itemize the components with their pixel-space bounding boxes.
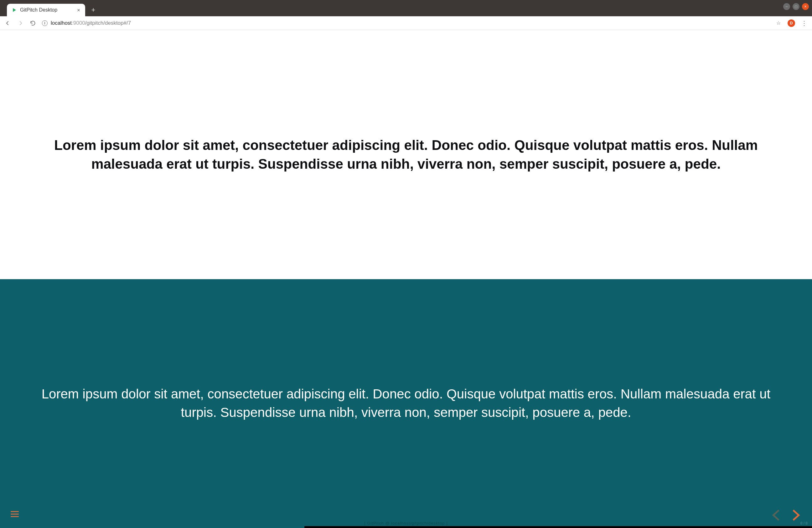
slide-bottom-half: Lorem ipsum dolor sit amet, consectetuer… [0, 279, 812, 528]
window-maximize-button[interactable]: ◻ [793, 3, 799, 10]
page-viewport: Lorem ipsum dolor sit amet, consectetuer… [0, 30, 812, 528]
address-bar[interactable]: i localhost:9000/gitpitch/desktop#/7 [42, 20, 769, 26]
browser-toolbar: i localhost:9000/gitpitch/desktop#/7 ☆ D… [0, 16, 812, 30]
slide-progress-bar [304, 526, 812, 528]
presentation-slide: Lorem ipsum dolor sit amet, consectetuer… [0, 30, 812, 528]
browser-menu-button[interactable]: ⋮ [801, 20, 808, 27]
url-port: :9000 [72, 20, 85, 26]
favicon-play-icon [11, 7, 17, 13]
prev-slide-button[interactable] [769, 508, 784, 522]
toolbar-right: ☆ D ⋮ [775, 19, 808, 27]
reload-button[interactable] [29, 20, 36, 27]
tab-title: GitPitch Desktop [20, 7, 76, 13]
next-slide-button[interactable] [788, 508, 802, 522]
browser-tab[interactable]: GitPitch Desktop × [7, 4, 85, 16]
slide-top-half: Lorem ipsum dolor sit amet, consectetuer… [0, 30, 812, 279]
slide-bottom-text: Lorem ipsum dolor sit amet, consectetuer… [28, 385, 784, 422]
tab-close-button[interactable]: × [76, 8, 82, 13]
window-minimize-button[interactable]: – [783, 3, 790, 10]
bookmark-star-icon[interactable]: ☆ [775, 20, 782, 27]
url-path: /gitpitch/desktop#/7 [85, 20, 131, 26]
profile-avatar[interactable]: D [787, 19, 795, 27]
new-tab-button[interactable]: + [88, 5, 98, 15]
slide-menu-button[interactable] [11, 510, 19, 518]
slide-counter: 8 / 8 [800, 521, 808, 526]
slide-nav-arrows [769, 508, 802, 522]
slide-top-text: Lorem ipsum dolor sit amet, consectetuer… [28, 136, 784, 173]
window-close-button[interactable]: × [802, 3, 809, 10]
slide-footer-text: [ GitPitch @ localhost/gitpitch/desktop … [364, 521, 448, 526]
site-info-icon[interactable]: i [42, 20, 48, 26]
back-button[interactable] [4, 20, 11, 27]
url-text: localhost:9000/gitpitch/desktop#/7 [51, 20, 131, 26]
tab-strip: GitPitch Desktop × + [7, 0, 98, 16]
window-titlebar: GitPitch Desktop × + – ◻ × [0, 0, 812, 16]
window-controls: – ◻ × [783, 3, 809, 10]
url-host: localhost [51, 20, 72, 26]
forward-button[interactable] [17, 20, 24, 27]
